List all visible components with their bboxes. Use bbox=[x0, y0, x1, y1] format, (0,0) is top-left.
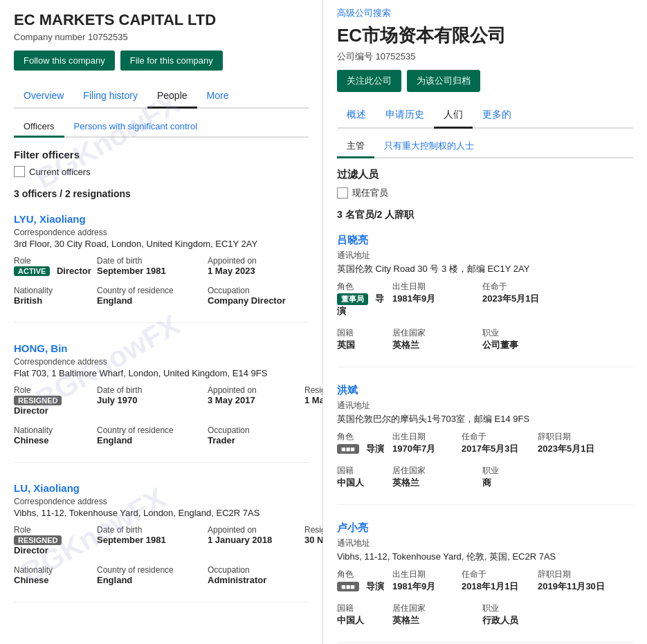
cn-role-row-2: 角色 ■■■ 导演 出生日期 1981年9月 任命于 2018年1月1日 辞职日… bbox=[337, 569, 633, 593]
badge-2: RESIGNED bbox=[14, 535, 62, 545]
tab-people[interactable]: People bbox=[147, 84, 197, 109]
file-for-company-button[interactable]: File for this company bbox=[120, 50, 223, 71]
officer-name-0[interactable]: LYU, Xiaoliang bbox=[14, 213, 309, 225]
badge-0: ACTIVE bbox=[14, 266, 50, 276]
officer-name-2[interactable]: LU, Xiaoliang bbox=[14, 482, 309, 494]
cn-sub-tab-officers[interactable]: 主管 bbox=[337, 136, 374, 158]
cn-tab-people[interactable]: 人们 bbox=[434, 103, 473, 129]
dob-value-0: September 1981 bbox=[97, 266, 208, 276]
follow-company-button[interactable]: Follow this company bbox=[14, 50, 115, 71]
cn-officer-block-1: 洪斌 通讯地址 英国伦敦巴尔的摩码头1号703室，邮编 E14 9FS 角色 ■… bbox=[337, 384, 633, 505]
filter-section: Filter officers Current officers bbox=[14, 149, 309, 177]
cn-officer-addr-2: Vibhs, 11-12, Tokenhouse Yard, 伦敦, 英国, E… bbox=[337, 551, 633, 563]
cn-tab-filing-history[interactable]: 申请历史 bbox=[376, 103, 434, 129]
cn-badge-2: ■■■ bbox=[337, 582, 359, 591]
sub-tab-psc[interactable]: Persons with significant control bbox=[64, 117, 207, 138]
officer-block-1: HONG, Bin Correspondence address Flat 70… bbox=[14, 342, 309, 463]
current-officers-filter[interactable]: Current officers bbox=[14, 166, 309, 177]
advanced-search-link[interactable]: 高级公司搜索 bbox=[337, 7, 633, 19]
cn-badge-0: 董事局 bbox=[337, 293, 368, 305]
cn-officer-addr-label-0: 通讯地址 bbox=[337, 250, 633, 261]
officer-nat-row-1: Nationality Chinese Country of residence… bbox=[14, 425, 309, 445]
officer-addr-label-0: Correspondence address bbox=[14, 228, 309, 237]
appointed-label-0: Appointed on bbox=[208, 256, 304, 266]
cn-officer-addr-1: 英国伦敦巴尔的摩码头1号703室，邮编 E14 9FS bbox=[337, 413, 633, 425]
officer-role-row-2: Role RESIGNED Director Date of birth Sep… bbox=[14, 525, 309, 555]
cn-tab-overview[interactable]: 概述 bbox=[337, 103, 376, 129]
officer-role-row-0: Role ACTIVE Director Date of birth Septe… bbox=[14, 256, 309, 276]
cn-sub-tab-psc[interactable]: 只有重大控制权的人士 bbox=[374, 136, 484, 158]
company-title: EC MARKETS CAPITAL LTD bbox=[14, 11, 309, 29]
action-buttons: Follow this company File for this compan… bbox=[14, 50, 309, 71]
cn-tab-more[interactable]: 更多的 bbox=[473, 103, 521, 129]
cn-file-for-company-button[interactable]: 为该公司归档 bbox=[407, 70, 480, 92]
right-panel: BGKnowFX BGKnowFX BGKnowFX 高级公司搜索 EC市场资本… bbox=[323, 0, 647, 644]
cn-officer-name-2[interactable]: 卢小亮 bbox=[337, 522, 633, 535]
cn-officer-addr-0: 英国伦敦 City Road 30 号 3 楼，邮编 EC1Y 2AY bbox=[337, 263, 633, 275]
officer-addr-1: Flat 703, 1 Baltimore Wharf, London, Uni… bbox=[14, 368, 309, 378]
cn-officer-addr-label-2: 通讯地址 bbox=[337, 537, 633, 549]
cn-main-tabs: 概述 申请历史 人们 更多的 bbox=[337, 103, 633, 129]
tab-filing-history[interactable]: Filing history bbox=[73, 84, 147, 109]
cn-officer-name-0[interactable]: 吕晓亮 bbox=[337, 234, 633, 247]
role-label-0: Role bbox=[14, 256, 97, 266]
cn-follow-company-button[interactable]: 关注此公司 bbox=[337, 70, 401, 92]
sub-tab-officers[interactable]: Officers bbox=[14, 117, 64, 138]
cn-nat-row-1: 国籍 中国人 居住国家 英格兰 职业 商 bbox=[337, 465, 633, 489]
tab-more[interactable]: More bbox=[197, 84, 239, 109]
cn-role-row-1: 角色 ■■■ 导演 出生日期 1970年7月 任命于 2017年5月3日 辞职日… bbox=[337, 431, 633, 455]
officer-role-row-1: Role RESIGNED Director Date of birth Jul… bbox=[14, 385, 309, 416]
cn-officer-name-1[interactable]: 洪斌 bbox=[337, 384, 633, 397]
sub-tabs: Officers Persons with significant contro… bbox=[14, 117, 309, 138]
cn-company-title: EC市场资本有限公司 bbox=[337, 24, 633, 48]
cn-nat-row-2: 国籍 中国人 居住国家 英格兰 职业 行政人员 bbox=[337, 602, 633, 627]
cn-badge-1: ■■■ bbox=[337, 444, 359, 454]
cn-officer-block-0: 吕晓亮 通讯地址 英国伦敦 City Road 30 号 3 楼，邮编 EC1Y… bbox=[337, 234, 633, 367]
company-number: Company number 10752535 bbox=[14, 32, 309, 42]
officer-count: 3 officers / 2 resignations bbox=[14, 188, 309, 199]
officer-block-0: LYU, Xiaoliang Correspondence address 3r… bbox=[14, 213, 309, 323]
left-panel: BGKnowFX BGKnowFX BGKnowFX EC MARKETS CA… bbox=[0, 0, 323, 644]
dob-label-0: Date of birth bbox=[97, 256, 208, 266]
cn-current-officers-checkbox[interactable] bbox=[337, 187, 348, 199]
officer-name-1[interactable]: HONG, Bin bbox=[14, 342, 309, 354]
officer-addr-2: Vibhs, 11-12, Tokenhouse Yard, London, E… bbox=[14, 508, 309, 518]
filter-title: Filter officers bbox=[14, 149, 309, 160]
tab-overview[interactable]: Overview bbox=[14, 84, 73, 109]
cn-company-number: 公司编号 10752535 bbox=[337, 50, 633, 63]
officer-nat-row-0: Nationality British Country of residence… bbox=[14, 286, 309, 306]
cn-officer-block-2: 卢小亮 通讯地址 Vibhs, 11-12, Tokenhouse Yard, … bbox=[337, 522, 633, 643]
officer-addr-0: 3rd Floor, 30 City Road, London, United … bbox=[14, 239, 309, 249]
current-officers-checkbox[interactable] bbox=[14, 166, 25, 177]
badge-1: RESIGNED bbox=[14, 396, 62, 405]
officer-addr-label-2: Correspondence address bbox=[14, 497, 309, 506]
current-officers-label: Current officers bbox=[29, 167, 91, 177]
cn-role-row-0: 角色 董事局 导演 出生日期 1981年9月 任命于 2023年5月1日 bbox=[337, 281, 633, 318]
cn-officer-addr-label-1: 通讯地址 bbox=[337, 400, 633, 412]
officer-nat-row-2: Nationality Chinese Country of residence… bbox=[14, 565, 309, 585]
main-tabs: Overview Filing history People More bbox=[14, 84, 309, 109]
cn-nat-row-0: 国籍 英国 居住国家 英格兰 职业 公司董事 bbox=[337, 327, 633, 351]
role-value-0: ACTIVE Director bbox=[14, 266, 97, 276]
appointed-value-0: 1 May 2023 bbox=[208, 266, 304, 276]
cn-officer-count: 3 名官员/2 人辞职 bbox=[337, 209, 633, 221]
cn-sub-tabs: 主管 只有重大控制权的人士 bbox=[337, 136, 633, 158]
cn-current-officers-label: 现任官员 bbox=[352, 187, 388, 199]
cn-action-buttons: 关注此公司 为该公司归档 bbox=[337, 70, 633, 92]
officer-addr-label-1: Correspondence address bbox=[14, 357, 309, 367]
cn-filter-section: 过滤人员 现任官员 bbox=[337, 168, 633, 199]
cn-current-officers-filter[interactable]: 现任官员 bbox=[337, 187, 633, 199]
officer-block-2: LU, Xiaoliang Correspondence address Vib… bbox=[14, 482, 309, 602]
cn-filter-title: 过滤人员 bbox=[337, 168, 633, 181]
